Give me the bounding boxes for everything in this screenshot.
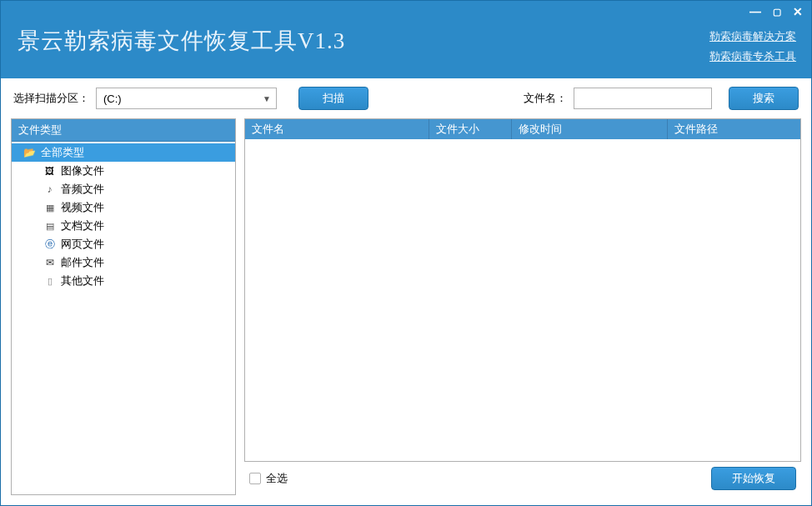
link-killer[interactable]: 勒索病毒专杀工具 [709, 49, 796, 64]
web-icon [43, 238, 56, 250]
tree-item-label: 全部类型 [41, 145, 84, 160]
col-filesize[interactable]: 文件大小 [429, 119, 512, 139]
video-icon [43, 202, 56, 213]
filename-label: 文件名： [524, 91, 567, 106]
drive-select-value: (C:) [103, 93, 122, 105]
header-links: 勒索病毒解决方案 勒索病毒专杀工具 [709, 29, 796, 64]
tree-item-audio[interactable]: 音频文件 [12, 180, 235, 198]
app-window: — ▢ ✕ 景云勒索病毒文件恢复工具V1.3 勒索病毒解决方案 勒索病毒专杀工具… [0, 0, 812, 506]
tree-item-other[interactable]: 其他文件 [12, 272, 235, 290]
table-header: 文件名 文件大小 修改时间 文件路径 [245, 119, 800, 139]
col-mtime[interactable]: 修改时间 [512, 119, 668, 139]
tree-item-image[interactable]: 图像文件 [12, 162, 235, 180]
select-all-checkbox[interactable] [249, 473, 261, 484]
tree-item-label: 图像文件 [61, 163, 104, 178]
col-filename[interactable]: 文件名 [245, 119, 429, 139]
tree-item-label: 邮件文件 [61, 255, 104, 270]
app-title: 景云勒索病毒文件恢复工具V1.3 [18, 26, 345, 56]
tree-item-all[interactable]: 全部类型 [12, 143, 235, 162]
filename-input[interactable] [574, 88, 712, 109]
tree-item-label: 文档文件 [61, 218, 104, 233]
tree-item-mail[interactable]: 邮件文件 [12, 253, 235, 272]
tree-item-label: 网页文件 [61, 237, 104, 252]
sidebar: 文件类型 全部类型 图像文件 音频文件 视频文件 [11, 118, 236, 495]
close-button[interactable]: ✕ [793, 6, 803, 18]
mail-icon [43, 257, 56, 268]
tree-item-doc[interactable]: 文档文件 [12, 217, 235, 235]
doc-icon [43, 220, 56, 232]
table-body [245, 139, 800, 461]
titlebar: — ▢ ✕ 景云勒索病毒文件恢复工具V1.3 勒索病毒解决方案 勒索病毒专杀工具 [1, 1, 811, 78]
drive-select[interactable]: (C:) ▼ [96, 88, 277, 109]
maximize-button[interactable]: ▢ [773, 8, 781, 17]
tree-item-video[interactable]: 视频文件 [12, 198, 235, 217]
main-panel: 文件名 文件大小 修改时间 文件路径 全选 开始恢复 [244, 118, 801, 495]
results-table: 文件名 文件大小 修改时间 文件路径 [244, 118, 801, 462]
search-button[interactable]: 搜索 [729, 87, 799, 110]
tree-item-label: 其他文件 [61, 273, 104, 288]
tree-item-label: 音频文件 [61, 182, 104, 197]
scan-button[interactable]: 扫描 [298, 87, 368, 110]
other-icon [43, 275, 56, 287]
folder-icon [23, 147, 36, 158]
tree-item-web[interactable]: 网页文件 [12, 235, 235, 253]
minimize-button[interactable]: — [749, 6, 761, 18]
image-icon [43, 165, 56, 177]
bottom-bar: 全选 开始恢复 [244, 462, 801, 495]
partition-label: 选择扫描分区： [13, 91, 89, 106]
recover-button[interactable]: 开始恢复 [711, 467, 796, 490]
select-all-label: 全选 [266, 471, 288, 486]
window-controls: — ▢ ✕ [749, 6, 803, 18]
file-type-tree: 全部类型 图像文件 音频文件 视频文件 文档文件 [12, 142, 235, 494]
toolbar: 选择扫描分区： (C:) ▼ 扫描 文件名： 搜索 [1, 78, 811, 118]
link-solution[interactable]: 勒索病毒解决方案 [709, 29, 796, 44]
chevron-down-icon: ▼ [263, 94, 271, 103]
content-area: 文件类型 全部类型 图像文件 音频文件 视频文件 [1, 118, 811, 505]
sidebar-header: 文件类型 [12, 119, 235, 142]
audio-icon [43, 183, 56, 195]
col-filepath[interactable]: 文件路径 [668, 119, 800, 139]
tree-item-label: 视频文件 [61, 200, 104, 215]
